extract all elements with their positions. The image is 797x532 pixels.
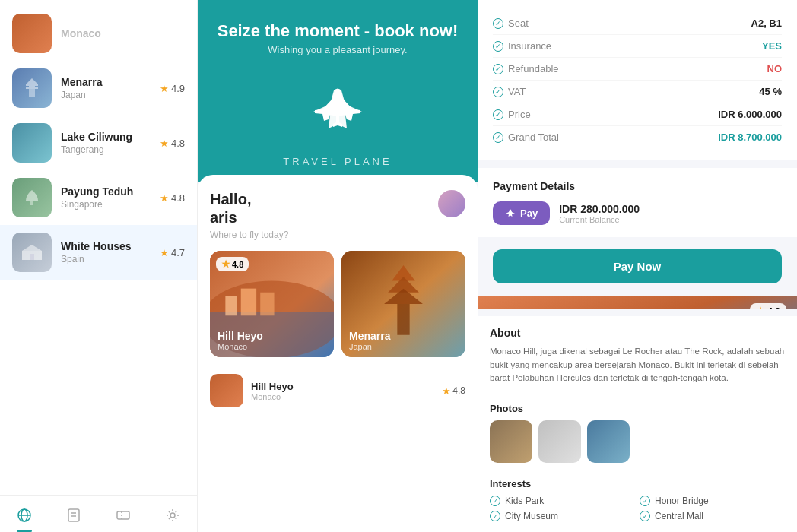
svg-marker-4 <box>22 245 42 251</box>
card-location: Monaco <box>218 342 263 351</box>
star-icon: ★ <box>221 258 230 270</box>
star-icon: ★ <box>442 385 451 397</box>
booking-row-insurance: ✓ Insurance YES <box>493 35 782 58</box>
recent-name: Hill Heyo <box>251 381 434 392</box>
booking-value-seat: A2, B1 <box>751 17 782 29</box>
interest-check-icon: ✓ <box>640 496 650 506</box>
list-item[interactable]: Monaco <box>0 6 197 61</box>
nav-book[interactable] <box>63 505 84 526</box>
dest-thumbnail <box>12 123 52 163</box>
check-icon: ✓ <box>493 132 503 143</box>
dest-info: Lake Ciliwung Tangerang <box>61 131 151 155</box>
interest-label: Honor Bridge <box>655 496 709 506</box>
photo-thumb-1[interactable] <box>490 420 532 463</box>
dest-thumbnail <box>12 233 52 272</box>
recent-thumbnail <box>210 374 243 407</box>
svg-rect-19 <box>241 289 256 316</box>
dest-rating: ★ 4.8 <box>160 192 185 204</box>
booking-row-grandtotal: ✓ Grand Total IDR 8.700.000 <box>493 126 782 148</box>
card-location: Japan <box>349 342 390 351</box>
photo-thumb-2[interactable] <box>538 420 581 463</box>
booking-row-refundable: ✓ Refundable NO <box>493 58 782 81</box>
booking-label-seat: ✓ Seat <box>493 17 529 29</box>
dest-info: White Houses Spain <box>61 240 151 264</box>
app-card: Hallo, aris Where to fly today? <box>198 175 478 532</box>
svg-rect-26 <box>478 296 797 309</box>
pay-amount: IDR 280.000.000 <box>559 203 640 215</box>
list-item[interactable]: Menarra Japan ★ 4.9 <box>0 61 197 116</box>
plane-icon-container <box>216 68 459 156</box>
photos-row <box>490 420 785 463</box>
booking-row-vat: ✓ VAT 45 % <box>493 81 782 103</box>
booking-label-refundable: ✓ Refundable <box>493 63 559 74</box>
featured-grid: ★ 4.8 Hill Heyo Monaco <box>210 251 465 357</box>
booking-value-vat: 45 % <box>759 86 782 97</box>
svg-rect-12 <box>117 511 129 519</box>
interest-item-kidspark: ✓ Kids Park <box>490 496 635 506</box>
list-item-white-houses[interactable]: White Houses Spain ★ 4.7 <box>0 225 197 280</box>
interest-label: Central Mall <box>655 511 703 521</box>
list-item[interactable]: Payung Teduh Singapore ★ 4.8 <box>0 170 197 225</box>
booking-row-price: ✓ Price IDR 6.000.000 <box>493 103 782 126</box>
star-icon: ★ <box>160 192 169 204</box>
user-avatar[interactable] <box>438 190 465 217</box>
nav-settings[interactable] <box>162 505 183 526</box>
interest-check-icon: ✓ <box>490 496 500 506</box>
fly-question: Where to fly today? <box>210 230 465 240</box>
banner-title: Seize the moment - book now! <box>216 21 459 41</box>
interest-item-centralmall: ✓ Central Mall <box>640 511 785 521</box>
travel-banner: Seize the moment - book now! Wishing you… <box>198 0 478 182</box>
about-title: About <box>490 327 785 339</box>
star-icon: ★ <box>756 306 765 309</box>
svg-rect-9 <box>68 509 79 521</box>
nav-globe[interactable] <box>14 505 35 526</box>
dest-info: Monaco <box>61 27 185 40</box>
featured-card-menarra[interactable]: Menarra Japan <box>341 251 465 357</box>
interests-title: Interests <box>490 478 785 489</box>
hill-heyo-image: ★ 4.8 Hill Heyo Monaco <box>478 296 797 309</box>
check-icon: ✓ <box>493 87 503 97</box>
pay-now-button[interactable]: Pay Now <box>493 249 782 283</box>
svg-rect-18 <box>225 296 237 315</box>
booking-label-insurance: ✓ Insurance <box>493 40 551 52</box>
recent-location: Monaco <box>251 392 434 401</box>
dest-name: Lake Ciliwung <box>61 131 151 143</box>
banner-subtitle: Wishing you a pleasant journey. <box>216 44 459 55</box>
hill-heyo-card: ★ 4.8 Hill Heyo Monaco <box>478 296 797 309</box>
photo-thumb-3[interactable] <box>587 420 630 463</box>
greeting-name: aris <box>210 208 251 226</box>
booking-value-grandtotal: IDR 8.700.000 <box>718 131 782 143</box>
dest-location: Tangerang <box>61 144 151 155</box>
nav-ticket[interactable] <box>113 505 134 526</box>
destination-list: Monaco Menarra Japan ★ 4.9 <box>0 0 197 495</box>
interest-check-icon: ✓ <box>640 511 650 521</box>
pay-balance-label: Current Balance <box>559 215 640 224</box>
dest-rating: ★ 4.7 <box>160 247 185 258</box>
payment-title: Payment Details <box>493 180 782 192</box>
dest-rating: ★ 4.8 <box>160 138 185 149</box>
check-icon: ✓ <box>493 41 503 52</box>
svg-rect-1 <box>29 89 35 97</box>
check-icon: ✓ <box>493 109 503 120</box>
list-item[interactable]: Lake Ciliwung Tangerang ★ 4.8 <box>0 116 197 170</box>
svg-point-14 <box>170 513 175 518</box>
hill-rating-badge: ★ 4.8 <box>750 303 786 309</box>
interest-item-honorbridge: ✓ Honor Bridge <box>640 496 785 506</box>
about-section: About Monaco Hill, juga dikenal sebagai … <box>478 316 797 395</box>
dest-location: Japan <box>61 90 151 100</box>
booking-value-insurance: YES <box>762 40 782 52</box>
svg-rect-2 <box>30 201 33 205</box>
svg-rect-5 <box>30 254 34 260</box>
star-icon: ★ <box>160 83 169 94</box>
pay-method-button[interactable]: Pay <box>493 201 550 225</box>
interest-item-citymuseum: ✓ City Museum <box>490 511 635 521</box>
booking-label-vat: ✓ VAT <box>493 86 526 97</box>
card-rating-badge: ★ 4.8 <box>216 257 249 271</box>
payment-section: Payment Details Pay IDR 280.000.000 Curr… <box>478 168 797 237</box>
bottom-navigation <box>0 495 197 532</box>
featured-card-hill[interactable]: ★ 4.8 Hill Heyo Monaco <box>210 251 334 357</box>
dest-thumbnail <box>12 178 52 217</box>
recent-list-item[interactable]: Hill Heyo Monaco ★ 4.8 <box>210 368 465 413</box>
photos-title: Photos <box>490 403 785 414</box>
interest-label: City Museum <box>505 511 558 521</box>
